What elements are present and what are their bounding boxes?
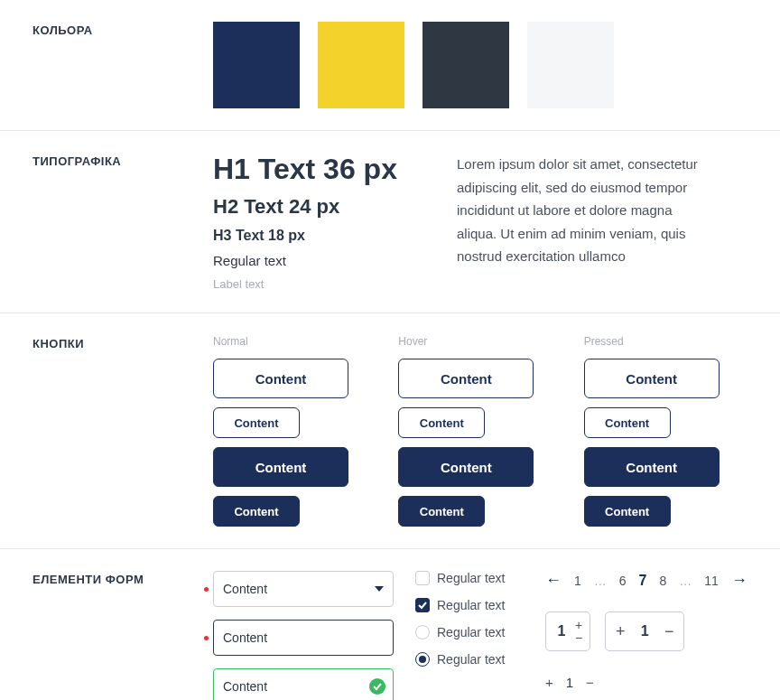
chevron-down-icon xyxy=(375,586,384,592)
page-number[interactable]: 8 xyxy=(660,574,667,588)
solid-button-large[interactable]: Content xyxy=(584,447,720,487)
minus-icon[interactable]: − xyxy=(662,622,676,641)
page-number[interactable]: 11 xyxy=(704,574,719,588)
pagination-ellipsis: … xyxy=(594,574,607,588)
minus-icon[interactable]: − xyxy=(586,675,594,690)
select-default[interactable]: Content xyxy=(213,571,394,607)
plus-icon[interactable]: + xyxy=(545,675,553,690)
solid-button-small[interactable]: Content xyxy=(398,496,485,527)
radio-checked[interactable]: Regular text xyxy=(415,652,524,667)
pagination-ellipsis: … xyxy=(679,574,692,588)
checkbox-unchecked[interactable]: Regular text xyxy=(415,571,524,585)
button-state-label: Normal xyxy=(213,335,376,348)
section-forms-label: ЕЛЕМЕНТИ ФОРМ xyxy=(32,571,213,700)
h1-sample: H1 Text 36 px xyxy=(213,153,421,186)
section-buttons-label: КНОПКИ xyxy=(32,335,213,527)
plus-icon[interactable]: + xyxy=(575,619,582,631)
color-swatch xyxy=(422,22,509,108)
outline-button-large[interactable]: Content xyxy=(584,359,720,398)
h2-sample: H2 Text 24 px xyxy=(213,195,421,219)
check-circle-icon xyxy=(369,678,385,695)
page-number[interactable]: 6 xyxy=(619,574,627,588)
checkbox-icon xyxy=(415,571,430,585)
button-state-label: Pressed xyxy=(584,335,748,348)
select-value: Content xyxy=(223,630,267,645)
select-value: Content xyxy=(223,679,267,694)
color-swatches xyxy=(213,22,748,108)
stepper-value: 1 xyxy=(636,623,653,639)
stepper-vertical[interactable]: 1 + − xyxy=(545,611,590,651)
pagination: ← 1 … 6 7 8 … 11 → xyxy=(545,571,748,590)
minus-icon[interactable]: − xyxy=(575,631,582,644)
options-column: Regular text Regular text Regular text R… xyxy=(415,571,524,700)
button-col-hover: Hover Content Content Content Content xyxy=(398,335,562,527)
radio-icon xyxy=(415,625,430,639)
regular-text-sample: Regular text xyxy=(213,253,421,268)
solid-button-large[interactable]: Content xyxy=(213,447,348,487)
section-buttons: КНОПКИ Normal Content Content Content Co… xyxy=(0,313,780,549)
page-number[interactable]: 1 xyxy=(574,574,581,588)
section-colors-label: КОЛЬОРА xyxy=(32,22,213,108)
checkbox-checked[interactable]: Regular text xyxy=(415,598,524,612)
lorem-paragraph: Lorem ipsum dolor sit amet, consectetur … xyxy=(457,153,710,291)
required-indicator-icon xyxy=(204,587,209,592)
stepper-value: 1 xyxy=(553,623,570,639)
arrow-left-icon[interactable]: ← xyxy=(545,571,562,590)
outline-button-small[interactable]: Content xyxy=(584,407,671,438)
stepper-plain[interactable]: + 1 − xyxy=(545,675,748,690)
required-indicator-icon xyxy=(204,636,209,640)
plus-icon[interactable]: + xyxy=(613,622,627,641)
section-colors: КОЛЬОРА xyxy=(0,0,780,131)
select-focused[interactable]: Content xyxy=(213,620,394,656)
option-label: Regular text xyxy=(437,625,505,639)
typography-samples: H1 Text 36 px H2 Text 24 px H3 Text 18 p… xyxy=(213,153,421,291)
outline-button-small[interactable]: Content xyxy=(213,407,300,438)
button-col-normal: Normal Content Content Content Content xyxy=(213,335,376,527)
stepper-horizontal[interactable]: + 1 − xyxy=(605,611,684,651)
outline-button-large[interactable]: Content xyxy=(398,359,534,398)
right-column: ← 1 … 6 7 8 … 11 → 1 + − + xyxy=(545,571,748,700)
label-text-sample: Label text xyxy=(213,277,421,291)
h3-sample: H3 Text 18 px xyxy=(213,228,421,244)
select-value: Content xyxy=(223,582,267,596)
outline-button-small[interactable]: Content xyxy=(398,407,485,438)
option-label: Regular text xyxy=(437,571,505,585)
radio-checked-icon xyxy=(415,652,430,667)
stepper-value: 1 xyxy=(566,675,573,690)
button-col-pressed: Pressed Content Content Content Content xyxy=(584,335,748,527)
color-swatch xyxy=(318,22,404,108)
solid-button-small[interactable]: Content xyxy=(584,496,671,527)
section-forms: ЕЛЕМЕНТИ ФОРМ Content Content Content xyxy=(0,549,780,700)
option-label: Regular text xyxy=(437,652,505,667)
color-swatch xyxy=(213,22,300,108)
solid-button-large[interactable]: Content xyxy=(398,447,534,487)
section-typography-label: ТИПОГРАФІКА xyxy=(32,153,213,291)
page-number-active[interactable]: 7 xyxy=(639,573,647,589)
outline-button-large[interactable]: Content xyxy=(213,359,348,398)
arrow-right-icon[interactable]: → xyxy=(731,571,748,590)
color-swatch xyxy=(527,22,614,108)
radio-unchecked[interactable]: Regular text xyxy=(415,625,524,639)
selects-column: Content Content Content xyxy=(213,571,394,700)
section-typography: ТИПОГРАФІКА H1 Text 36 px H2 Text 24 px … xyxy=(0,131,780,313)
checkbox-checked-icon xyxy=(415,598,430,612)
select-valid[interactable]: Content xyxy=(213,668,394,700)
button-state-label: Hover xyxy=(398,335,562,348)
solid-button-small[interactable]: Content xyxy=(213,496,300,527)
option-label: Regular text xyxy=(437,598,505,612)
